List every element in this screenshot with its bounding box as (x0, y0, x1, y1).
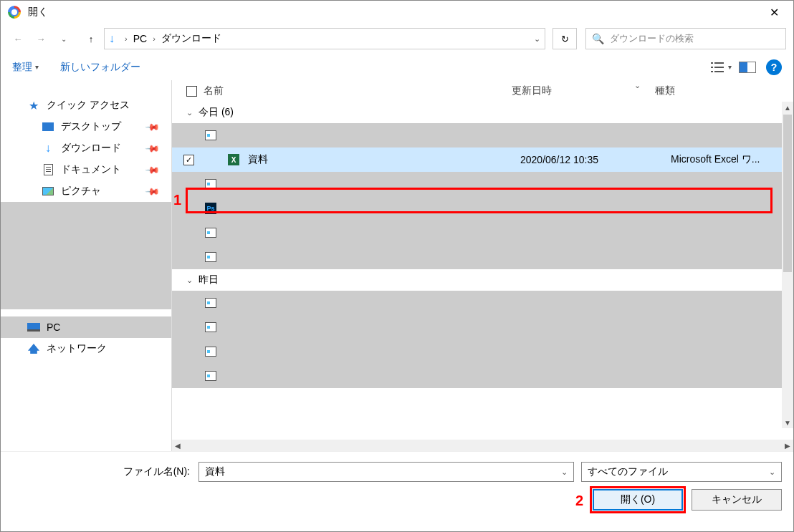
sidebar-label: ネットワーク (47, 342, 107, 355)
back-button[interactable]: ← (8, 29, 28, 49)
group-label: 今日 (6) (198, 106, 234, 119)
search-input[interactable]: 🔍 ダウンロードの検索 (585, 28, 786, 49)
sidebar-label: ドキュメント (61, 163, 121, 176)
up-button[interactable]: ↑ (81, 29, 101, 49)
file-row-selected[interactable]: ✓ X 資料 2020/06/12 10:35 Microsoft Excel … (172, 147, 782, 172)
svg-rect-3 (714, 67, 724, 68)
file-row[interactable] (172, 221, 782, 245)
vertical-scrollbar[interactable]: ▲ ▼ (782, 102, 793, 428)
dropdown-icon[interactable]: ⌄ (561, 468, 568, 477)
sort-indicator-icon: ⌄ (634, 81, 641, 90)
sidebar-quick-access[interactable]: ★ クイック アクセス (1, 95, 171, 116)
file-row[interactable] (172, 364, 782, 388)
file-list-area: 名前 更新日時 ⌄ 種類 ⌄ 今日 (6) ✓ (171, 80, 793, 451)
view-caret-icon[interactable]: ▾ (728, 63, 732, 71)
svg-rect-0 (711, 62, 713, 64)
forward-button[interactable]: → (31, 29, 51, 49)
scroll-thumb[interactable] (783, 115, 792, 272)
file-row[interactable] (172, 315, 782, 339)
svg-rect-1 (714, 62, 724, 64)
recent-dropdown[interactable]: ⌄ (54, 29, 74, 49)
file-list: ⌄ 今日 (6) ✓ X 資料 2020/06/12 10:35 Microso… (172, 102, 782, 440)
sidebar-label: PC (47, 321, 60, 333)
scroll-down-icon[interactable]: ▼ (782, 417, 793, 428)
navigation-bar: ← → ⌄ ↑ ↓ › PC › ダウンロード ⌄ ↻ 🔍 ダウンロードの検索 (1, 24, 793, 54)
file-type: Microsoft Excel ワ... (671, 153, 760, 166)
breadcrumb-dropdown-icon[interactable]: ⌄ (534, 34, 540, 44)
file-row[interactable] (172, 291, 782, 315)
image-file-icon (204, 296, 218, 310)
toolbar: 整理▾ 新しいフォルダー ▾ ? (1, 54, 793, 80)
annotation-number-1: 1 (173, 192, 181, 208)
column-name[interactable]: 名前 (204, 84, 512, 97)
filename-input[interactable]: 資料 ⌄ (198, 462, 574, 482)
breadcrumb-pc[interactable]: PC (133, 33, 147, 44)
filename-value: 資料 (205, 465, 225, 478)
pin-icon: 📌 (145, 162, 161, 178)
column-type[interactable]: 種類 (655, 84, 745, 97)
star-icon: ★ (27, 100, 41, 111)
file-checkbox[interactable]: ✓ (183, 155, 194, 165)
cancel-button[interactable]: キャンセル (692, 489, 782, 511)
sidebar-pc[interactable]: PC (1, 316, 171, 338)
column-date[interactable]: 更新日時 ⌄ (512, 84, 655, 97)
download-arrow-icon: ↓ (109, 32, 115, 45)
scroll-left-icon[interactable]: ◀ (172, 442, 183, 450)
titlebar: 開く ✕ (1, 1, 793, 24)
sidebar-pictures[interactable]: ピクチャ 📌 (1, 180, 171, 202)
image-file-icon (204, 226, 218, 240)
search-placeholder: ダウンロードの検索 (610, 32, 694, 45)
main-area: ★ クイック アクセス デスクトップ 📌 ↓ ダウンロード 📌 ドキュメント 📌 (1, 80, 793, 451)
group-today[interactable]: ⌄ 今日 (6) (172, 102, 782, 123)
scroll-right-icon[interactable]: ▶ (782, 442, 793, 450)
breadcrumb[interactable]: ↓ › PC › ダウンロード ⌄ (104, 28, 545, 49)
file-row[interactable]: Ps (172, 196, 782, 221)
pin-icon: 📌 (145, 183, 161, 199)
document-icon (41, 164, 55, 175)
pc-icon (27, 321, 41, 333)
breadcrumb-downloads[interactable]: ダウンロード (161, 32, 221, 45)
horizontal-scrollbar[interactable]: ◀ ▶ (172, 440, 793, 451)
filename-label: ファイル名(N): (12, 465, 198, 478)
chevron-down-icon: ⌄ (186, 108, 193, 117)
select-all-checkbox[interactable] (186, 86, 204, 97)
sidebar-desktop[interactable]: デスクトップ 📌 (1, 116, 171, 137)
scroll-up-icon[interactable]: ▲ (782, 102, 793, 113)
download-icon: ↓ (41, 142, 55, 154)
group-yesterday[interactable]: ⌄ 昨日 (172, 269, 782, 291)
file-date: 2020/06/12 10:35 (520, 154, 671, 165)
view-mode-button[interactable] (708, 58, 727, 77)
preview-pane-button[interactable] (739, 62, 756, 73)
file-row[interactable] (172, 245, 782, 269)
search-icon: 🔍 (592, 33, 604, 44)
open-button[interactable]: 開く(O) 2 (593, 489, 683, 511)
svg-rect-5 (714, 71, 724, 72)
photoshop-file-icon: Ps (204, 201, 218, 216)
filetype-select[interactable]: すべてのファイル ⌄ (581, 462, 782, 482)
pictures-icon (41, 185, 55, 197)
pin-icon: 📌 (145, 119, 161, 135)
file-row[interactable] (172, 172, 782, 196)
dropdown-icon[interactable]: ⌄ (769, 468, 775, 477)
sidebar-network[interactable]: ネットワーク (1, 338, 171, 359)
help-button[interactable]: ? (766, 59, 782, 75)
new-folder-button[interactable]: 新しいフォルダー (60, 61, 140, 74)
close-button[interactable]: ✕ (757, 1, 790, 24)
chrome-icon (8, 6, 21, 19)
sidebar-downloads[interactable]: ↓ ダウンロード 📌 (1, 137, 171, 159)
sidebar-label: クイック アクセス (47, 99, 130, 112)
excel-file-icon: X (226, 153, 241, 167)
footer: ファイル名(N): 資料 ⌄ すべてのファイル ⌄ 開く(O) 2 キャンセル (1, 451, 793, 531)
network-icon (27, 343, 41, 354)
file-row[interactable] (172, 123, 782, 147)
image-file-icon (204, 320, 218, 334)
refresh-button[interactable]: ↻ (553, 28, 577, 49)
chevron-down-icon: ⌄ (186, 276, 193, 285)
column-headers: 名前 更新日時 ⌄ 種類 (172, 80, 793, 102)
sidebar-documents[interactable]: ドキュメント 📌 (1, 159, 171, 180)
annotation-number-2: 2 (575, 493, 583, 509)
file-row[interactable] (172, 339, 782, 364)
breadcrumb-separator-icon: › (153, 34, 156, 43)
organize-button[interactable]: 整理▾ (12, 61, 39, 74)
sidebar-label: ピクチャ (61, 185, 101, 198)
